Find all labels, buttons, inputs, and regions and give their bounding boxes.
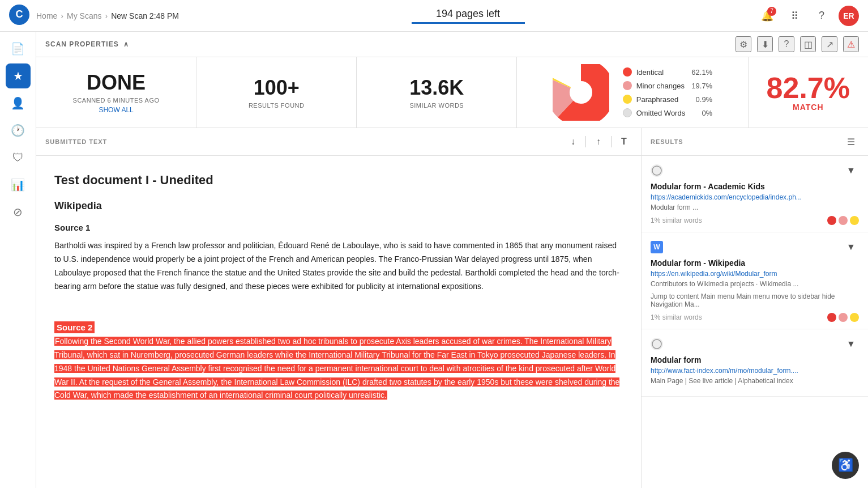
result-2-footer: 1% similar words bbox=[651, 313, 859, 322]
pages-left-label: 194 pages left bbox=[436, 8, 500, 20]
result-card-1: ▼ Modular form - Academic Kids https://a… bbox=[642, 156, 868, 232]
legend-label-omitted: Omitted Words bbox=[636, 109, 685, 117]
document-text-content: Test document I - Unedited Wikipedia Sou… bbox=[36, 156, 641, 488]
result-2-source-icon: W bbox=[651, 241, 663, 253]
sidebar-item-forbidden[interactable]: ⊘ bbox=[6, 200, 31, 224]
results-list: ▼ Modular form - Academic Kids https://a… bbox=[642, 156, 868, 488]
legend-dot-omitted bbox=[623, 108, 632, 117]
submitted-text-title: SUBMITTED TEXT bbox=[45, 138, 107, 145]
result-3-title: Modular form bbox=[651, 355, 859, 364]
accessibility-button[interactable]: ♿ bbox=[832, 452, 859, 479]
similar-words-box: 13.6K SIMILAR WORDS bbox=[357, 57, 517, 128]
legend-pct-minor: 19.7% bbox=[690, 82, 712, 90]
result-3-expand-button[interactable]: ▼ bbox=[843, 336, 859, 352]
document-subtitle: Wikipedia bbox=[54, 197, 623, 215]
legend-pct-paraphrased: 0.9% bbox=[690, 95, 712, 104]
text-panel-header: SUBMITTED TEXT ↓ ↑ T bbox=[36, 128, 641, 156]
results-found-box: 100+ RESULTS FOUND bbox=[196, 57, 357, 128]
svg-point-6 bbox=[652, 166, 661, 175]
results-label: RESULTS FOUND bbox=[249, 102, 305, 109]
person-icon: 👤 bbox=[11, 96, 25, 110]
document-icon: 📄 bbox=[11, 42, 25, 56]
forbidden-icon: ⊘ bbox=[13, 205, 23, 219]
svg-point-7 bbox=[652, 340, 661, 349]
result-1-url[interactable]: https://academickids.com/encyclopedia/in… bbox=[651, 193, 843, 201]
content-panels: SUBMITTED TEXT ↓ ↑ T Test document I - U… bbox=[36, 128, 868, 488]
results-number: 100+ bbox=[254, 76, 300, 100]
result-card-1-header: ▼ bbox=[651, 163, 859, 179]
navigate-up-button[interactable]: ↑ bbox=[591, 134, 606, 150]
filter-button[interactable]: ☰ bbox=[843, 134, 859, 150]
history-icon: 🕐 bbox=[11, 124, 25, 137]
tool-divider2 bbox=[611, 136, 612, 147]
legend-dot-identical bbox=[623, 67, 632, 77]
source2-heading: Source 2 bbox=[54, 321, 95, 333]
user-avatar[interactable]: ER bbox=[839, 6, 859, 26]
source2-paragraph: Following the Second World War, the alli… bbox=[54, 335, 623, 402]
legend-identical: Identical 62.1% bbox=[623, 67, 712, 77]
chevron-up-icon: ∧ bbox=[123, 40, 129, 48]
show-all-link[interactable]: SHOW ALL bbox=[99, 106, 133, 114]
text-panel: SUBMITTED TEXT ↓ ↑ T Test document I - U… bbox=[36, 128, 642, 488]
sidebar-item-person[interactable]: 👤 bbox=[6, 91, 31, 116]
match-section: 82.7% MATCH bbox=[749, 57, 868, 128]
sidebar-item-shield[interactable]: 🛡 bbox=[6, 145, 31, 170]
copy-icon-button[interactable]: ◫ bbox=[800, 36, 816, 52]
result-card-3-header: ▼ bbox=[651, 336, 859, 352]
results-panel: RESULTS ☰ ▼ bbox=[642, 128, 868, 488]
source1-paragraph: Bartholdi was inspired by a French law p… bbox=[54, 239, 623, 293]
dot-red-1 bbox=[827, 216, 836, 225]
dot-yellow-2 bbox=[850, 313, 859, 322]
legend-label-paraphrased: Paraphrased bbox=[636, 95, 685, 104]
nav-right: 🔔 7 ⠿ ? ER bbox=[757, 6, 859, 26]
match-percentage: 82.7% bbox=[767, 73, 850, 103]
result-1-similar-words: 1% similar words bbox=[651, 217, 702, 224]
status-box: DONE SCANNED 6 MINUTES AGO SHOW ALL bbox=[36, 57, 196, 128]
svg-text:C: C bbox=[16, 9, 23, 20]
nav-center: 194 pages left bbox=[179, 8, 757, 24]
stats-row: DONE SCANNED 6 MINUTES AGO SHOW ALL 100+… bbox=[36, 57, 868, 128]
legend-paraphrased: Paraphrased 0.9% bbox=[623, 95, 712, 104]
notification-badge: 7 bbox=[767, 7, 776, 16]
share-icon-button[interactable]: ↗ bbox=[822, 36, 837, 52]
grid-icon: ⠿ bbox=[791, 10, 798, 22]
app-logo[interactable]: C bbox=[9, 5, 29, 27]
breadcrumb-my-scans[interactable]: My Scans bbox=[67, 11, 101, 20]
scanned-time: SCANNED 6 MINUTES AGO bbox=[73, 97, 160, 104]
result-card-3: ▼ Modular form http://www.fact-index.com… bbox=[642, 329, 868, 397]
result-3-snippet: Main Page | See live article | Alphabeti… bbox=[651, 377, 859, 385]
result-1-expand-button[interactable]: ▼ bbox=[843, 163, 859, 179]
result-2-url[interactable]: https://en.wikipedia.org/wiki/Modular_fo… bbox=[651, 270, 843, 278]
sidebar-item-chart[interactable]: 📊 bbox=[6, 172, 31, 197]
result-card-2-header: W ▼ bbox=[651, 239, 859, 255]
result-1-snippet: Modular form ... bbox=[651, 203, 859, 211]
top-navigation: C Home › My Scans › New Scan 2:48 PM 194… bbox=[0, 0, 868, 32]
result-2-match-dots bbox=[827, 313, 859, 322]
result-2-snippet2: Jump to content Main menu Main menu move… bbox=[651, 292, 859, 308]
sidebar-item-document[interactable]: 📄 bbox=[6, 36, 31, 61]
help-button[interactable]: ? bbox=[811, 6, 832, 26]
pie-chart-section: Identical 62.1% Minor changes 19.7% Para… bbox=[517, 57, 748, 128]
download-icon-button[interactable]: ⬇ bbox=[757, 36, 773, 52]
sidebar-item-history[interactable]: 🕐 bbox=[6, 118, 31, 143]
result-2-snippet: Contributors to Wikimedia projects · Wik… bbox=[651, 280, 859, 288]
result-3-url[interactable]: http://www.fact-index.com/m/mo/modular_f… bbox=[651, 367, 843, 375]
legend-omitted: Omitted Words 0% bbox=[623, 108, 712, 117]
sidebar-item-starred[interactable]: ★ bbox=[6, 63, 31, 88]
notifications-button[interactable]: 🔔 7 bbox=[757, 6, 777, 26]
similar-words-number: 13.6K bbox=[409, 76, 464, 100]
grid-menu-button[interactable]: ⠿ bbox=[784, 6, 805, 26]
navigate-down-button[interactable]: ↓ bbox=[565, 134, 581, 150]
dot-yellow-1 bbox=[850, 216, 859, 225]
legend-dot-paraphrased bbox=[623, 95, 632, 104]
breadcrumb-sep2: › bbox=[105, 11, 108, 20]
panel-tools: ↓ ↑ T bbox=[565, 134, 632, 150]
settings-icon-button[interactable]: ⚙ bbox=[736, 36, 751, 52]
left-sidebar: 📄 ★ 👤 🕐 🛡 📊 ⊘ bbox=[0, 32, 36, 488]
alert-icon-button[interactable]: ⚠ bbox=[843, 36, 859, 52]
breadcrumb-home[interactable]: Home bbox=[36, 11, 57, 20]
help-icon-button[interactable]: ? bbox=[779, 36, 794, 52]
legend-minor: Minor changes 19.7% bbox=[623, 81, 712, 90]
font-button[interactable]: T bbox=[616, 134, 632, 150]
result-2-expand-button[interactable]: ▼ bbox=[843, 239, 859, 255]
